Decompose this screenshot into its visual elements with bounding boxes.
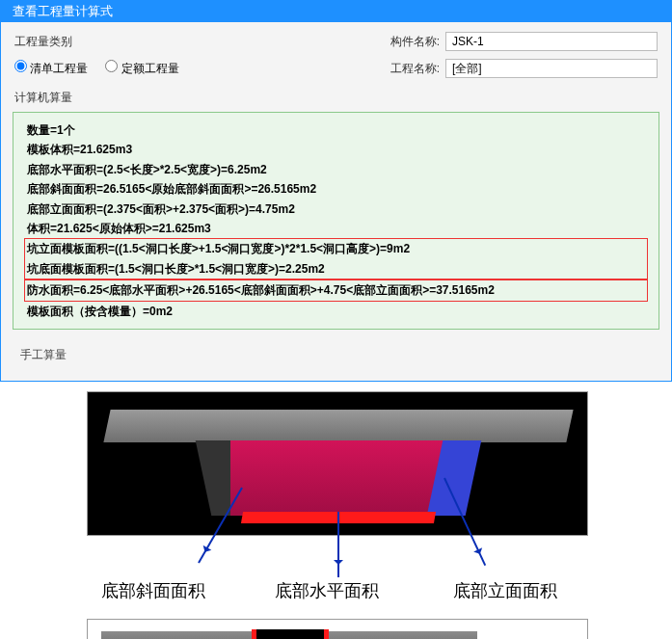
highlight-box-2: 防水面积=6.25<底部水平面积>+26.5165<底部斜面面积>+4.75<底… [24, 280, 648, 301]
fig2-pit [256, 629, 324, 639]
calc-line: 底部立面面积=(2.375<面积>+2.375<面积>)=4.75m2 [27, 200, 645, 219]
fig1-label-vertical: 底部立面面积 [453, 579, 557, 602]
calc-line: 坑底面模板面积=(1.5<洞口长度>*1.5<洞口宽度>)=2.25m2 [27, 259, 645, 279]
fig2-stand-right [324, 629, 329, 639]
window-title: 查看工程量计算式 [13, 4, 113, 18]
arrow-icon [337, 512, 339, 577]
qty-category-label: 工程量类别 [14, 34, 72, 50]
calc-outer: 数量=1个 模板体积=21.625m3 底部水平面积=(2.5<长度>*2.5<… [13, 112, 659, 330]
title-bar: 查看工程量计算式 [1, 1, 671, 22]
project-name-pair: 工程名称: [390, 59, 658, 78]
calc-line: 坑立面模板面积=((1.5<洞口长度>+1.5<洞口宽度>)*2*1.5<洞口高… [27, 239, 645, 258]
computer-calc-header: 计算机算量 [7, 84, 665, 110]
figure-2: 坑立面模板面积 坑底面模板面积 [87, 619, 588, 639]
radio-list[interactable] [14, 60, 27, 72]
fig2-stand-left [252, 629, 256, 639]
project-name-label: 工程名称: [390, 61, 440, 77]
calc-line: 模板体积=21.625m3 [27, 140, 645, 159]
category-row: 工程量类别 构件名称: [7, 32, 665, 53]
project-name-input[interactable] [445, 59, 658, 78]
calc-line: 底部水平面积=(2.5<长度>*2.5<宽度>)=6.25m2 [27, 160, 645, 179]
radio-list-text: 清单工程量 [30, 62, 88, 75]
radio-row: 清单工程量 定额工程量 工程名称: [7, 53, 665, 84]
calculation-box: 数量=1个 模板体积=21.625m3 底部水平面积=(2.5<长度>*2.5<… [13, 112, 659, 330]
radio-quota-label[interactable]: 定额工程量 [105, 60, 178, 77]
component-name-pair: 构件名称: [390, 32, 658, 51]
component-name-input[interactable] [445, 32, 658, 51]
radio-quota-text: 定额工程量 [121, 62, 179, 75]
calc-line: 底部斜面面积=26.5165<原始底部斜面面积>=26.5165m2 [27, 179, 645, 199]
highlight-box-1: 坑立面模板面积=((1.5<洞口长度>+1.5<洞口宽度>)*2*1.5<洞口高… [24, 238, 648, 280]
fig1-label-slope: 底部斜面面积 [101, 579, 205, 602]
component-name-label: 构件名称: [390, 34, 440, 50]
manual-calc-header: 手工算量 [7, 339, 665, 375]
radio-quota[interactable] [105, 60, 118, 72]
calc-line: 模板面积（按含模量）=0m2 [27, 302, 645, 321]
radio-list-label[interactable]: 清单工程量 [14, 60, 88, 77]
fig1-front-face [230, 440, 446, 516]
fig1-label-horizontal: 底部水平面积 [275, 579, 379, 602]
dialog-content: 工程量类别 构件名称: 清单工程量 定额工程量 工程名称: [1, 22, 671, 381]
calc-line: 防水面积=6.25<底部水平面积>+26.5165<底部斜面面积>+4.75<底… [27, 280, 645, 300]
dialog-window: 查看工程量计算式 工程量类别 构件名称: 清单工程量 定额工程量 [0, 0, 672, 382]
calc-line: 体积=21.625<原始体积>=21.625m3 [27, 219, 645, 238]
fig1-slab [103, 410, 573, 442]
figure-area: 底部斜面面积 底部水平面积 底部立面面积 坑立面模板面积 坑底面模板面积 [0, 382, 672, 639]
figure-1: 底部斜面面积 底部水平面积 底部立面面积 [87, 391, 588, 613]
fig1-trapezoid [203, 440, 473, 516]
calc-line: 数量=1个 [27, 120, 645, 140]
qty-radio-group: 清单工程量 定额工程量 [14, 60, 179, 77]
